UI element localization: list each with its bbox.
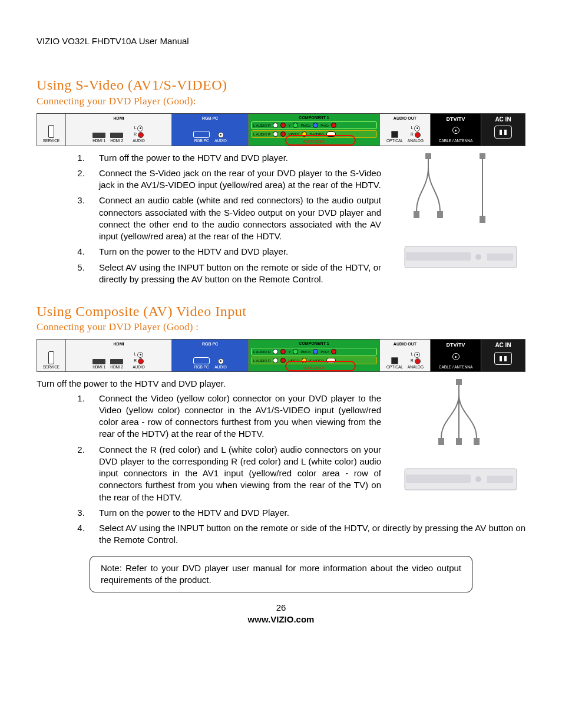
comp-y: Y <box>288 123 290 128</box>
port-hdmi-label2: HDMI <box>114 341 124 347</box>
svg-rect-12 <box>474 438 480 445</box>
svg-rect-4 <box>480 216 485 223</box>
svg-rect-16 <box>487 476 513 483</box>
analog2: ANALOG <box>408 365 424 370</box>
svg-rect-0 <box>425 153 431 159</box>
port-hdmi-label: HDMI <box>114 116 124 121</box>
comp-svideo: S-VIDEO <box>309 132 324 137</box>
comp-pr: Pr/Cr <box>320 123 329 128</box>
svg-point-7 <box>475 254 481 260</box>
antenna-icon-2 <box>452 353 459 360</box>
port-hdmi2-label: HDMI 2 <box>110 139 123 144</box>
port-dtv-label: DTV/TV <box>446 116 465 123</box>
comp-audio-lbl2: L AUDIO R <box>253 132 270 137</box>
av1-svideo-highlight: AV1/S-VIDEO <box>251 139 377 144</box>
csv2: S-VIDEO <box>309 358 324 363</box>
acin2: AC IN <box>495 341 511 350</box>
svg-rect-6 <box>406 252 471 261</box>
port-rgbpc-sub: RGB PC <box>194 139 209 144</box>
svideo-cable-diagram <box>393 152 525 276</box>
comp-video: VIDEO <box>288 132 299 137</box>
rear-ports-diagram-composite: SERVICE HDMI HDMI 1 HDMI 2 L R AUDIO RGB… <box>37 339 525 372</box>
port-audio-l: L <box>134 126 137 131</box>
page-number: 26 <box>248 602 315 614</box>
ac-plug-icon-2 <box>494 352 512 365</box>
port-hdmi1-2: HDMI 1 <box>92 365 105 370</box>
rear-ports-diagram-svideo: SERVICE HDMI HDMI 1 HDMI 2 L R AUDIO RGB… <box>37 113 525 146</box>
cy2: Y <box>288 350 290 354</box>
comp-audio-lbl: L AUDIO R <box>253 123 270 128</box>
section2-subtitle: Connecting your DVD Player (Good) : <box>37 321 525 334</box>
footer-url: www.VIZIO.com <box>248 614 315 625</box>
port-analog: ANALOG <box>408 139 424 144</box>
port-optical: OPTICAL <box>386 139 403 144</box>
svg-rect-10 <box>438 438 444 445</box>
dtv2: DTV/TV <box>446 341 465 348</box>
svg-rect-8 <box>487 253 513 261</box>
audio-lbl2: AUDIO <box>133 365 145 370</box>
cvid2: VIDEO <box>288 358 299 363</box>
port-acin-label: AC IN <box>495 116 511 124</box>
port-service-label2: SERVICE <box>43 365 59 370</box>
comp-pb: Pb/Cb <box>300 123 310 128</box>
rgb-audio2: AUDIO <box>214 365 227 370</box>
section1-title: Using S-Video (AV1/S-VIDEO) <box>37 75 525 94</box>
port-audio-r: R <box>134 132 137 137</box>
caudio2b: L AUDIO R <box>253 358 270 363</box>
caudio2: L AUDIO R <box>253 350 270 354</box>
cable2: CABLE / ANTENNA <box>439 365 472 370</box>
port-component-label: COMPONENT 1 <box>299 115 329 120</box>
note-box: Note: Refer to your DVD player user manu… <box>90 556 472 593</box>
aoutr2: R <box>411 358 414 364</box>
svg-rect-9 <box>456 379 462 385</box>
svg-rect-3 <box>480 153 485 159</box>
port-audio-label: AUDIO <box>133 139 145 144</box>
rgbpc2: RGB PC <box>202 341 218 347</box>
component-lbl2: COMPONENT 1 <box>299 341 329 346</box>
section1-subtitle: Connecting your DVD Player (Good): <box>37 95 525 108</box>
antenna-icon <box>452 127 459 134</box>
ac-plug-icon <box>494 126 512 139</box>
port-hdmi2-2: HDMI 2 <box>110 365 123 370</box>
audio-l2: L <box>134 352 137 357</box>
optical2: OPTICAL <box>386 365 403 370</box>
doc-header: VIZIO VO32L FHDTV10A User Manual <box>37 35 525 47</box>
aoutl2: L <box>411 352 414 357</box>
svg-rect-11 <box>456 438 462 445</box>
svg-rect-14 <box>406 475 471 483</box>
audioout2: AUDIO OUT <box>394 341 416 347</box>
svg-rect-2 <box>437 211 443 218</box>
port-rgbpc-label: RGB PC <box>202 116 218 121</box>
audio-r2: R <box>134 358 137 364</box>
svg-point-15 <box>475 476 481 482</box>
aout-r: R <box>411 132 414 137</box>
rgbpc-sub2: RGB PC <box>194 365 209 370</box>
section2-step-4: Select AV using the INPUT button on the … <box>87 522 525 546</box>
port-service-label: SERVICE <box>43 139 59 144</box>
port-hdmi1-label: HDMI 1 <box>92 139 105 144</box>
svg-rect-1 <box>414 211 419 218</box>
port-audioout-label: AUDIO OUT <box>394 116 416 121</box>
av1sv2: AV1/S-VIDEO <box>251 365 377 370</box>
port-rgb-audio: AUDIO <box>214 139 227 144</box>
section2-step-3: Turn on the power to the HDTV and DVD Pl… <box>87 507 525 519</box>
cpb2: Pb/Cb <box>300 350 310 354</box>
port-cable: CABLE / ANTENNA <box>439 139 472 144</box>
cpr2: Pr/Cr <box>320 350 329 354</box>
composite-cable-diagram <box>393 378 525 502</box>
section2-title: Using Composite (AV) Video Input <box>37 302 525 321</box>
aout-l: L <box>411 126 414 131</box>
